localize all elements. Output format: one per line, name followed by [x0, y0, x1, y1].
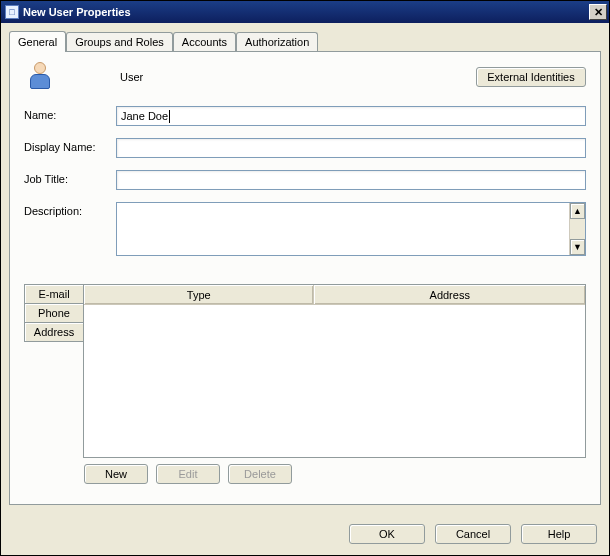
name-value: Jane Doe [121, 110, 168, 122]
dialog-window: □ New User Properties ✕ General Groups a… [0, 0, 610, 556]
window-title: New User Properties [23, 6, 589, 18]
contact-area: E-mail Phone Address Type Address [24, 284, 586, 458]
display-name-label: Display Name: [24, 138, 116, 153]
contact-list[interactable]: Type Address [83, 284, 586, 458]
job-title-field[interactable] [116, 170, 586, 190]
description-field-wrap: ▲ ▼ [116, 202, 586, 256]
text-caret [169, 110, 170, 123]
tab-groups-roles[interactable]: Groups and Roles [66, 32, 173, 51]
description-scrollbar: ▲ ▼ [569, 203, 585, 255]
close-button[interactable]: ✕ [589, 4, 607, 20]
side-tab-email[interactable]: E-mail [24, 284, 84, 304]
column-header-type[interactable]: Type [84, 285, 314, 304]
list-button-row: New Edit Delete [24, 464, 586, 484]
column-header-address[interactable]: Address [314, 285, 585, 304]
close-icon: ✕ [594, 6, 603, 19]
external-identities-button[interactable]: External Identities [476, 67, 586, 87]
tab-authorization[interactable]: Authorization [236, 32, 318, 51]
app-icon: □ [5, 5, 19, 19]
tab-accounts[interactable]: Accounts [173, 32, 236, 51]
edit-button: Edit [156, 464, 220, 484]
tab-general[interactable]: General [9, 31, 66, 52]
client-area: General Groups and Roles Accounts Author… [1, 23, 609, 513]
job-title-label: Job Title: [24, 170, 116, 185]
description-field[interactable] [117, 203, 569, 255]
name-label: Name: [24, 106, 116, 121]
side-tab-phone[interactable]: Phone [24, 303, 84, 323]
contact-side-tabs: E-mail Phone Address [24, 284, 84, 458]
display-name-field[interactable] [116, 138, 586, 158]
user-icon [26, 62, 54, 92]
scroll-down-button[interactable]: ▼ [570, 239, 585, 255]
new-button[interactable]: New [84, 464, 148, 484]
name-field[interactable]: Jane Doe [116, 106, 586, 126]
list-header: Type Address [84, 285, 585, 305]
dialog-footer: OK Cancel Help [1, 513, 609, 555]
list-body[interactable] [84, 305, 585, 457]
help-button[interactable]: Help [521, 524, 597, 544]
description-label: Description: [24, 202, 116, 217]
side-tab-address[interactable]: Address [24, 322, 84, 342]
tab-page-general: User External Identities Name: Jane Doe … [9, 51, 601, 505]
scroll-up-button[interactable]: ▲ [570, 203, 585, 219]
ok-button[interactable]: OK [349, 524, 425, 544]
titlebar: □ New User Properties ✕ [1, 1, 609, 23]
chevron-up-icon: ▲ [573, 206, 582, 216]
cancel-button[interactable]: Cancel [435, 524, 511, 544]
object-type-label: User [120, 71, 466, 83]
delete-button: Delete [228, 464, 292, 484]
tab-strip: General Groups and Roles Accounts Author… [9, 29, 601, 51]
chevron-down-icon: ▼ [573, 242, 582, 252]
